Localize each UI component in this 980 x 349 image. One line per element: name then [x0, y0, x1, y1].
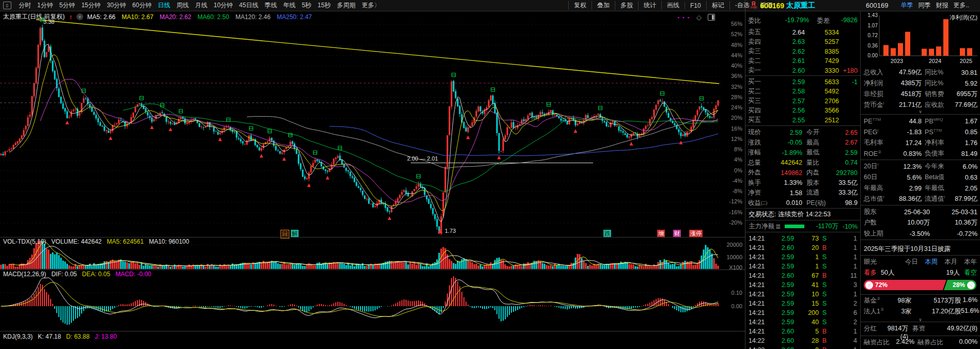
finance-value: -0.72% [930, 230, 977, 237]
divider [861, 255, 980, 256]
toolbar-action-多股[interactable]: 多股 [615, 1, 638, 10]
period-tab-10分钟[interactable]: 10分钟 [210, 1, 236, 10]
y-axis-label: 0% [734, 167, 742, 173]
tick-price: 2.59 [768, 309, 794, 316]
tick-row[interactable]: 14:212.6020B1 [745, 243, 860, 252]
period-tab-月线[interactable]: 月线 [192, 1, 210, 10]
eye-option-本月[interactable]: 本月 [944, 258, 957, 266]
main-net-flow-row[interactable]: 主力净额≣-1170万-10% [749, 222, 858, 231]
ask-row[interactable]: 卖五2.645334 [745, 27, 860, 37]
tick-row[interactable]: 14:212.5940S2 [745, 318, 860, 327]
collapse-icon[interactable]: ˅ [76, 13, 83, 20]
ask-row[interactable]: 卖一2.603330+180 [745, 66, 860, 75]
tick-time: 14:21 [749, 244, 768, 251]
ask-row[interactable]: 卖三2.628385 [745, 46, 860, 56]
tick-row[interactable]: 14:212.59200S6 [745, 308, 860, 318]
toolbar-action-叠加[interactable]: 叠加 [592, 1, 615, 10]
macd-indicator-name[interactable]: MACD(12,26,9) [3, 271, 46, 278]
toolbar-action-复权[interactable]: 复权 [568, 1, 592, 10]
period-tab-多周期[interactable]: 多周期 [334, 1, 359, 10]
period-tab-更多〉[interactable]: 更多〉 [359, 1, 383, 10]
magenta-dots-icon[interactable]: ▪ ▪ ▪ [677, 15, 690, 20]
chevron-down-icon[interactable]: ∨ [861, 318, 980, 322]
finance-label: 20日i [864, 162, 889, 171]
margin-row: 融资占比2.42%融券占比0.00% [861, 338, 980, 347]
svg-text:净利润(亿): 净利润(亿) [950, 14, 977, 21]
report-tab-财报[interactable]: 财报 [936, 1, 948, 10]
ob-label: 买二 [748, 87, 769, 96]
tick-row[interactable]: 14:222.609B1 [745, 345, 860, 349]
period-tab-日线[interactable]: 日线 [154, 1, 173, 10]
sup-note: MRQ [934, 117, 943, 122]
tick-row[interactable]: 14:212.6067B11 [745, 271, 860, 280]
tick-volume: 9 [794, 346, 819, 349]
period-tab-5秒[interactable]: 5秒 [299, 1, 315, 10]
window-split-icon[interactable]: ▯ [3, 2, 11, 9]
y-axis-label: -20% [729, 219, 742, 226]
y-axis-label: 20% [731, 115, 742, 121]
tick-time: 14:21 [749, 263, 768, 270]
period-tab-45日线[interactable]: 45日线 [236, 1, 261, 10]
period-tab-15分钟[interactable]: 15分钟 [78, 1, 103, 10]
main-flow-bar [785, 225, 804, 228]
bid-row[interactable]: 买四2.563566 [745, 106, 860, 116]
period-tab-30分钟[interactable]: 30分钟 [104, 1, 129, 10]
main-chart-region[interactable]: 2.00 — 2.013.381.73 太原重工(日线,前复权) ↑ ˅ MA5… [0, 11, 720, 237]
bid-row[interactable]: 买二2.585492 [745, 87, 860, 97]
chart-badge-解[interactable]: 解 [291, 230, 299, 237]
report-tab-同季[interactable]: 同季 [918, 1, 930, 10]
chart-badge-涨停[interactable]: 涨停 [689, 230, 703, 237]
bear-count: 19人 [946, 268, 960, 277]
ask-row[interactable]: 卖四2.635257 [745, 37, 860, 47]
vol-indicator-name[interactable]: VOL-TDX(5,10) [3, 238, 46, 245]
tick-row[interactable]: 14:212.591S1 [745, 252, 860, 262]
period-tab-1分钟[interactable]: 1分钟 [34, 1, 56, 10]
toolbar-action-统计[interactable]: 统计 [638, 1, 661, 10]
tick-row[interactable]: 14:212.5910S1 [745, 290, 860, 299]
eye-option-今日[interactable]: 今日 [905, 258, 918, 266]
period-tab-年线[interactable]: 年线 [280, 1, 299, 10]
panel-split-icon[interactable] [708, 14, 715, 21]
report-tab-单季[interactable]: 单季 [900, 1, 913, 10]
diamond-icon[interactable]: ◇ [696, 13, 702, 21]
bid-row[interactable]: 买三2.572706 [745, 96, 860, 106]
period-tab-季线[interactable]: 季线 [261, 1, 280, 10]
tick-row[interactable]: 14:222.6028B4 [745, 336, 860, 345]
period-tab-60分钟[interactable]: 60分钟 [129, 1, 154, 10]
finance-value: 25-03-31 [930, 209, 977, 216]
chart-badge-财[interactable]: 财 [673, 230, 681, 237]
finance-label: 年最高 [864, 184, 889, 193]
eye-option-本年[interactable]: 本年 [964, 258, 977, 266]
period-tab-分时[interactable]: 分时 [15, 1, 34, 10]
chevron-down-icon[interactable]: ∨ [861, 109, 980, 114]
toolbar-action-标记[interactable]: 标记 [706, 1, 729, 10]
period-tab-15秒[interactable]: 15秒 [315, 1, 334, 10]
toolbar-action-画线[interactable]: 画线 [661, 1, 685, 10]
chart-badge-增[interactable]: 增 [657, 230, 665, 237]
period-tab-5分钟[interactable]: 5分钟 [56, 1, 79, 10]
period-tab-周线[interactable]: 周线 [173, 1, 192, 10]
bid-row[interactable]: 买一2.595633-1 [745, 77, 860, 87]
toolbar-action-F10[interactable]: F10 [685, 2, 706, 9]
chart-badge-跌[interactable]: 跌 [603, 230, 611, 237]
tick-flag: B [819, 328, 830, 335]
tick-row[interactable]: 14:212.5973S1 [745, 234, 860, 243]
tick-row[interactable]: 14:212.605B1 [745, 327, 860, 336]
sup-note: TTM [873, 117, 881, 122]
tick-flag: S [819, 253, 830, 261]
bid-row[interactable]: 买五2.552512 [745, 115, 860, 125]
kdj-indicator-name[interactable]: KDJ(9,3,3) [3, 333, 33, 340]
kdj-j: J: 13.80 [95, 333, 117, 340]
macd-dea: DEA: 0.05 [82, 271, 111, 278]
tick-row[interactable]: 14:212.5941S3 [745, 280, 860, 290]
report-tab-更多..[interactable]: 更多.. [953, 1, 969, 10]
candlestick-chart[interactable]: 2.00 — 2.013.381.73 [0, 11, 720, 237]
tick-row[interactable]: 14:212.591S1 [745, 262, 860, 271]
ob-price: 2.59 [769, 78, 805, 86]
ask-row[interactable]: 卖二2.617429 [745, 56, 860, 66]
sentiment-down-pct: 28% [953, 281, 965, 289]
stat-row: 换手1.33%股本33.5亿 [745, 178, 860, 188]
eye-option-本周[interactable]: 本周 [925, 258, 938, 266]
macd-chart[interactable] [0, 270, 720, 331]
tick-row[interactable]: 14:212.5915S2 [745, 299, 860, 308]
